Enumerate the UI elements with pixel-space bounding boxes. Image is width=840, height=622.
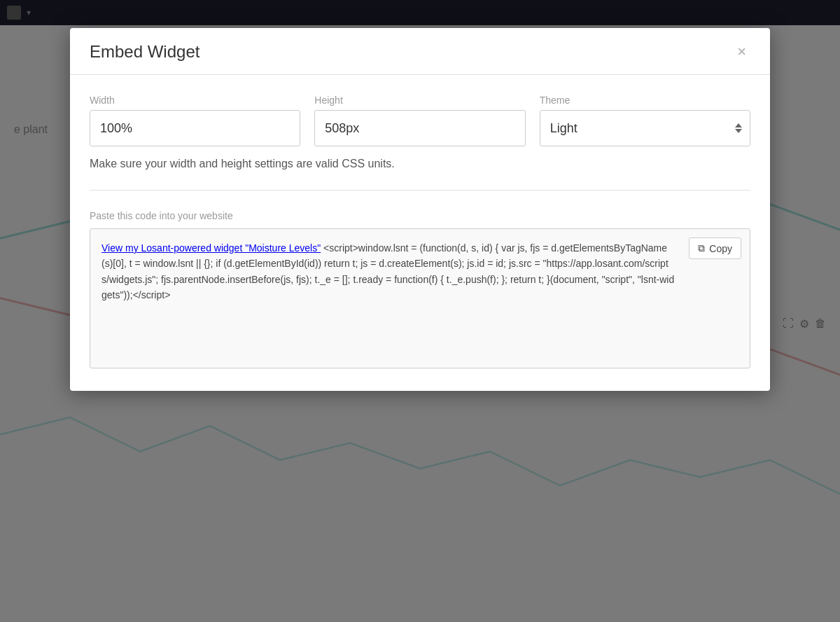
height-label: Height bbox=[314, 95, 525, 106]
width-input[interactable] bbox=[90, 110, 300, 146]
copy-button-label: Copy bbox=[709, 243, 732, 254]
height-input[interactable] bbox=[314, 110, 525, 146]
code-section-label: Paste this code into your website bbox=[90, 210, 750, 221]
css-hint-text: Make sure your width and height settings… bbox=[90, 158, 750, 170]
height-field-group: Height bbox=[314, 95, 525, 146]
form-row: Width Height Theme Light Dark bbox=[90, 95, 750, 146]
copy-button[interactable]: ⧉ Copy bbox=[689, 237, 741, 259]
theme-label: Theme bbox=[540, 95, 750, 106]
theme-field-group: Theme Light Dark bbox=[540, 95, 750, 146]
width-label: Width bbox=[90, 95, 300, 106]
modal-body: Width Height Theme Light Dark bbox=[70, 75, 770, 391]
modal-close-button[interactable]: × bbox=[733, 43, 750, 61]
copy-icon: ⧉ bbox=[698, 242, 705, 254]
width-field-group: Width bbox=[90, 95, 300, 146]
code-container: ⧉ Copy View my Losant-powered widget "Mo… bbox=[90, 228, 750, 368]
theme-select[interactable]: Light Dark bbox=[540, 110, 750, 146]
embed-code-text: View my Losant-powered widget "Moisture … bbox=[102, 240, 738, 303]
modal-title: Embed Widget bbox=[90, 42, 200, 62]
theme-select-wrapper: Light Dark bbox=[540, 110, 750, 146]
section-divider bbox=[90, 190, 750, 191]
modal-header: Embed Widget × bbox=[70, 28, 770, 75]
embed-widget-modal: Embed Widget × Width Height Theme Light bbox=[70, 28, 770, 391]
